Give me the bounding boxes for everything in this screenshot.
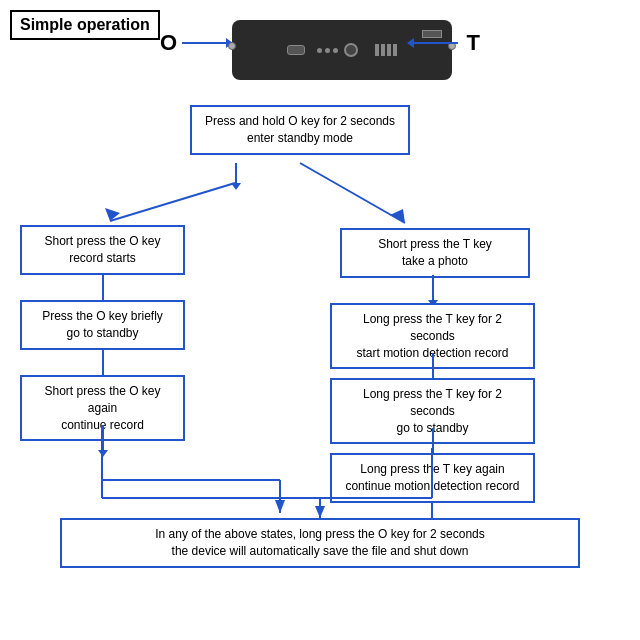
box-shutdown: In any of the above states, long press t…	[60, 518, 580, 568]
device-image	[232, 20, 452, 80]
arrow-left-diagonal	[100, 183, 240, 223]
svg-marker-15	[315, 506, 325, 518]
t-key-label: T	[467, 30, 480, 56]
box-o-record: Short press the O keyrecord starts	[20, 225, 185, 275]
o-key-label: O	[160, 30, 177, 56]
page-title: Simple operation	[10, 10, 160, 40]
box-o-standby: Press the O key brieflygo to standby	[20, 300, 185, 350]
box-standby: Press and hold O key for 2 secondsenter …	[190, 105, 410, 155]
svg-marker-3	[390, 209, 405, 223]
svg-line-2	[300, 163, 405, 223]
svg-line-0	[110, 183, 235, 221]
box-take-photo: Short press the T keytake a photo	[340, 228, 530, 278]
